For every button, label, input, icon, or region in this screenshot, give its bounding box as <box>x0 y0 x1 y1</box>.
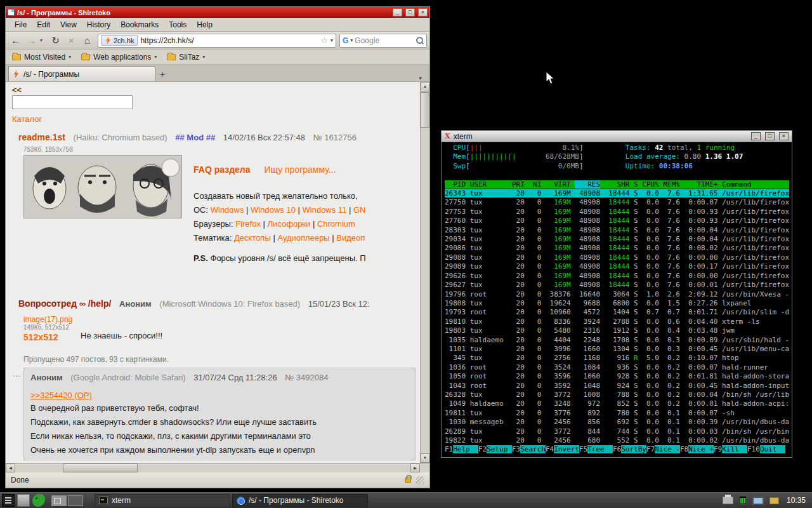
thread1-image[interactable] <box>23 155 182 218</box>
bookmark-item[interactable]: Web applications▾ <box>81 53 157 62</box>
menu-item-edit[interactable]: Edit <box>32 19 55 30</box>
search-input[interactable]: Google <box>355 36 414 45</box>
scroll-down-button[interactable]: ▼ <box>421 453 429 463</box>
page-link[interactable]: Windows <box>211 205 244 215</box>
display-icon[interactable] <box>752 497 764 505</box>
taskbar: xterm /s/ - Программы - Shiretoko 10:35 <box>0 492 812 508</box>
site-badge-label: 2ch.hk <box>114 37 134 44</box>
taskbar-item-browser[interactable]: /s/ - Программы - Shiretoko <box>232 494 368 507</box>
line-label: Браузеры: <box>193 219 235 229</box>
bookmarks-bar: Most Visited▾Web applications▾SliTaz▾ <box>6 50 429 65</box>
maximize-button[interactable]: □ <box>405 8 415 17</box>
scroll-right-button[interactable]: ▶ <box>410 464 420 472</box>
folder-tray-icon[interactable] <box>769 497 779 504</box>
search-bar[interactable]: G ▾ Google <box>339 34 427 48</box>
thread2-useragent: (Microsoft Windows 10: Firefox based) <box>159 299 300 309</box>
vertical-scrollbar[interactable]: ▲ ▼ <box>420 82 429 463</box>
slitaz-dragon-icon[interactable] <box>32 494 45 507</box>
post-date: 31/07/24 Срд 11:28:26 <box>193 373 277 382</box>
os-links-line: ОС: Windows | Windows 10 | Windows 11 | … <box>193 205 420 215</box>
xterm-window: X xterm _ □ × CPU[||| 8.1%] Tasks: 42 to… <box>441 130 792 458</box>
close-button[interactable]: × <box>418 8 428 17</box>
tab-s-programs[interactable]: /s/ - Программы <box>8 66 155 81</box>
page-link[interactable]: Десктопы <box>234 233 271 243</box>
search-magnifier-icon[interactable] <box>416 36 424 44</box>
site-identity-badge[interactable]: 2ch.hk <box>101 35 138 46</box>
back-button[interactable]: ← <box>8 33 23 48</box>
stop-button[interactable]: × <box>64 33 79 48</box>
resize-grip[interactable] <box>416 476 424 485</box>
xterm-window-title: xterm <box>454 132 747 141</box>
post-dots: … <box>13 369 21 378</box>
xterm-minimize-button[interactable]: _ <box>751 132 761 140</box>
browser-title-bar[interactable]: /s/ - Программы - Shiretoko _ □ × <box>6 7 429 18</box>
menu-item-tools[interactable]: Tools <box>164 19 192 30</box>
menu-item-history[interactable]: History <box>82 19 115 30</box>
faq-link[interactable]: Ищу программу... <box>264 164 336 175</box>
vertical-scroll-thumb[interactable] <box>421 92 429 128</box>
bookmark-item[interactable]: SliTaz▾ <box>167 53 205 62</box>
menu-item-view[interactable]: View <box>55 19 82 30</box>
bookmark-item[interactable]: Most Visited▾ <box>12 53 71 62</box>
page-link[interactable]: Видеоп <box>336 233 365 243</box>
xterm-close-button[interactable]: × <box>779 132 789 140</box>
page-link[interactable]: Firefox <box>235 219 261 229</box>
page-link[interactable]: Аудиоплееры <box>277 233 329 243</box>
page-back-link[interactable]: << <box>12 85 22 95</box>
xterm-title-bar[interactable]: X xterm _ □ × <box>442 131 792 142</box>
reply-quote-link[interactable]: >>3254420 (OP) <box>30 391 92 400</box>
url-bar[interactable]: 2ch.hk https://2ch.hk/s/ ☆ ▾ <box>98 34 336 48</box>
folder-icon <box>167 54 176 60</box>
file-manager-icon[interactable] <box>17 494 30 507</box>
menu-item-bookmarks[interactable]: Bookmarks <box>115 19 164 30</box>
url-dropdown-icon[interactable]: ▾ <box>331 37 333 43</box>
new-tab-button[interactable]: + <box>155 67 169 81</box>
reload-button[interactable]: ↻ <box>48 33 63 48</box>
bookmark-star-icon[interactable]: ☆ <box>320 36 328 45</box>
page-link[interactable]: Chromium <box>317 219 355 229</box>
menu-item-file[interactable]: File <box>10 19 32 30</box>
search-engine-dropdown-icon[interactable]: ▾ <box>350 37 353 43</box>
thread1-post-number[interactable]: № 1612756 <box>313 133 357 142</box>
forward-button[interactable]: → <box>24 33 39 48</box>
minimize-button[interactable]: _ <box>393 8 402 17</box>
folder-icon <box>12 54 21 60</box>
cpu-graph-icon[interactable] <box>739 496 747 505</box>
horizontal-scrollbar[interactable]: ◀ ▶ <box>6 463 429 472</box>
thread2-filename-link[interactable]: image(17).png <box>23 315 72 324</box>
page-link[interactable]: Windows 11 <box>303 205 347 215</box>
pager-desktop-1[interactable] <box>51 495 67 506</box>
all-tabs-dropdown-icon[interactable]: ▾ <box>414 75 427 81</box>
page-search-input[interactable] <box>12 95 133 109</box>
page-link[interactable]: Windows 10 <box>251 205 296 215</box>
catalog-link[interactable]: Каталог <box>12 114 42 124</box>
menu-item-help[interactable]: Help <box>192 19 218 30</box>
htop-output: CPU[||| 8.1%] Tasks: 42 total, 1 running… <box>445 144 789 455</box>
post-author: Аноним <box>30 373 63 382</box>
x11-logo-icon: X <box>445 131 450 141</box>
scroll-up-button[interactable]: ▲ <box>421 82 429 91</box>
printer-icon[interactable] <box>723 497 733 504</box>
post-number[interactable]: № 3492084 <box>285 373 328 382</box>
faq-title: FAQ раздела <box>193 164 251 175</box>
thread2-thumb-text[interactable]: 512x512 <box>23 332 72 342</box>
scroll-left-button[interactable]: ◀ <box>6 464 15 472</box>
chevron-down-icon: ▾ <box>69 54 71 60</box>
menu-button-icon[interactable] <box>2 494 15 507</box>
horizontal-scroll-thumb[interactable] <box>63 464 138 472</box>
search-engine-icon[interactable]: G <box>343 36 348 45</box>
bookmark-label: Most Visited <box>24 53 65 62</box>
pager-desktop-2[interactable] <box>68 495 83 506</box>
history-dropdown-icon[interactable]: ▾ <box>40 37 47 43</box>
globe-icon <box>237 497 245 505</box>
url-text[interactable]: https://2ch.hk/s/ <box>140 36 318 45</box>
status-bar: Done <box>6 472 429 488</box>
page-link[interactable]: GN <box>353 205 366 215</box>
chevron-down-icon: ▾ <box>154 54 157 60</box>
xterm-maximize-button[interactable]: □ <box>765 132 775 140</box>
home-button[interactable]: ⌂ <box>80 33 95 48</box>
post-line: Подскажи, как завернуть cmder в shadowso… <box>30 416 409 428</box>
taskbar-item-xterm[interactable]: xterm <box>95 494 230 507</box>
xterm-terminal[interactable]: CPU[||| 8.1%] Tasks: 42 total, 1 running… <box>442 142 792 457</box>
page-link[interactable]: Лисофорки <box>268 219 311 229</box>
